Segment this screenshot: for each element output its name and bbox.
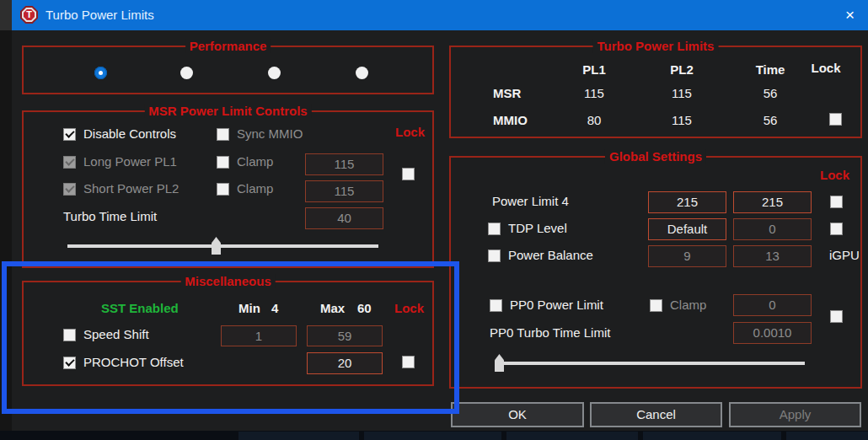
tpl-mmio-time: 56 (737, 113, 804, 127)
pl1-power-field[interactable]: 115 (305, 153, 383, 175)
msr-lock-label: Lock (395, 125, 425, 139)
performance-group-title: Performance (185, 39, 271, 53)
turbo-time-limit-label: Turbo Time Limit (63, 209, 157, 223)
tdp-level-checkbox[interactable] (488, 223, 501, 235)
clamp-pl2-checkbox[interactable] (217, 183, 229, 196)
turbo-time-slider-track[interactable] (67, 244, 378, 248)
power-limit-4-lock-checkbox[interactable] (830, 196, 843, 208)
pp0-slider-track[interactable] (495, 362, 805, 365)
tpl-msr-time: 56 (737, 86, 804, 100)
msr-power-limit-controls-group: MSR Power Limit Controls Disable Control… (22, 110, 434, 268)
pp0-lock-checkbox[interactable] (830, 310, 843, 323)
short-power-pl2-checkbox[interactable] (63, 183, 76, 196)
turbo-time-slider-thumb[interactable] (212, 237, 221, 255)
cancel-button[interactable]: Cancel (590, 402, 722, 427)
taskbar-segment (506, 432, 638, 440)
throttlestop-app-icon: T (20, 6, 38, 24)
window-title: Turbo Power Limits (46, 0, 154, 30)
tdp-level-label: TDP Level (508, 221, 567, 235)
tpl-msr-pl2: 115 (648, 86, 715, 100)
pp0-clamp-label: Clamp (670, 298, 706, 312)
tdp-level-field-2[interactable]: 0 (733, 218, 812, 240)
tpl-header-time: Time (737, 62, 804, 77)
disable-controls-checkbox[interactable] (63, 128, 76, 141)
tpl-header-pl2: PL2 (648, 62, 715, 77)
performance-radio-2[interactable] (180, 67, 193, 79)
power-limit-4-field-2[interactable]: 215 (733, 191, 812, 213)
turbo-time-limit-field[interactable]: 40 (305, 207, 383, 229)
gs-lock-label: Lock (820, 168, 849, 182)
pp0-turbo-time-limit-field[interactable]: 0.0010 (733, 322, 812, 344)
tpl-row-mmio-label: MMIO (493, 113, 528, 127)
igpu-label: iGPU (829, 248, 860, 262)
pp0-power-limit-field[interactable]: 0 (733, 294, 812, 316)
performance-radio-4[interactable] (356, 67, 368, 79)
disable-controls-label: Disable Controls (83, 126, 176, 141)
msr-lock-checkbox[interactable] (402, 168, 415, 180)
long-power-pl1-checkbox[interactable] (63, 156, 76, 169)
pp0-turbo-time-limit-label: PP0 Turbo Time Limit (490, 325, 610, 340)
sync-mmio-label: Sync MMIO (237, 126, 303, 141)
power-limit-4-label: Power Limit 4 (492, 194, 569, 208)
turbo-power-limits-group: Turbo Power Limits PL1 PL2 Time Lock MSR… (449, 46, 862, 138)
tpl-header-lock: Lock (801, 61, 851, 75)
pp0-clamp-checkbox[interactable] (650, 299, 662, 312)
highlight-annotation-box (2, 261, 459, 414)
tpl-group-title: Turbo Power Limits (593, 39, 719, 53)
titlebar[interactable]: T Turbo Power Limits × (12, 0, 868, 30)
power-limit-4-field-1[interactable]: 215 (648, 191, 726, 213)
tpl-msr-pl1: 115 (560, 86, 628, 100)
tdp-level-lock-checkbox[interactable] (830, 223, 843, 235)
msr-group-title: MSR Power Limit Controls (144, 104, 311, 118)
tpl-mmio-pl1: 80 (560, 113, 628, 127)
clamp-pl1-checkbox[interactable] (217, 156, 229, 169)
pp0-power-limit-label: PP0 Power Limit (510, 298, 603, 312)
taskbar-segment (238, 432, 359, 440)
desktop-edge (0, 0, 12, 30)
icon-letter: T (20, 6, 38, 24)
pp0-power-limit-checkbox[interactable] (490, 299, 502, 312)
global-settings-group: Global Settings Lock Power Limit 4 215 2… (449, 156, 862, 389)
short-power-pl2-label: Short Power PL2 (83, 181, 179, 196)
taskbar-strip (0, 431, 868, 440)
tpl-mmio-pl2: 115 (648, 113, 715, 127)
ok-button[interactable]: OK (451, 402, 584, 427)
gs-group-title: Global Settings (605, 149, 706, 164)
performance-group: Performance (22, 46, 434, 94)
apply-button[interactable]: Apply (729, 402, 861, 427)
long-power-pl1-label: Long Power PL1 (83, 154, 177, 169)
power-balance-checkbox[interactable] (488, 250, 501, 262)
taskbar-segment (786, 432, 868, 440)
tpl-mmio-lock-checkbox[interactable] (829, 113, 842, 126)
performance-radio-3[interactable] (268, 67, 281, 79)
pp0-slider-thumb[interactable] (495, 354, 504, 372)
power-balance-label: Power Balance (508, 248, 593, 262)
clamp-pl2-label: Clamp (237, 181, 273, 196)
tpl-header-pl1: PL1 (560, 62, 628, 77)
clamp-pl1-label: Clamp (237, 154, 273, 169)
tpl-row-msr-label: MSR (493, 86, 521, 100)
taskbar-segment (643, 432, 781, 440)
performance-radio-1[interactable] (94, 67, 107, 79)
tdp-level-field-1[interactable]: Default (648, 218, 726, 240)
sync-mmio-checkbox[interactable] (217, 128, 229, 141)
power-balance-field-2[interactable]: 13 (733, 245, 812, 267)
power-balance-field-1[interactable]: 9 (648, 245, 726, 267)
pl2-power-field[interactable]: 115 (305, 180, 383, 202)
close-icon[interactable]: × (845, 0, 855, 30)
taskbar-segment (364, 432, 501, 440)
